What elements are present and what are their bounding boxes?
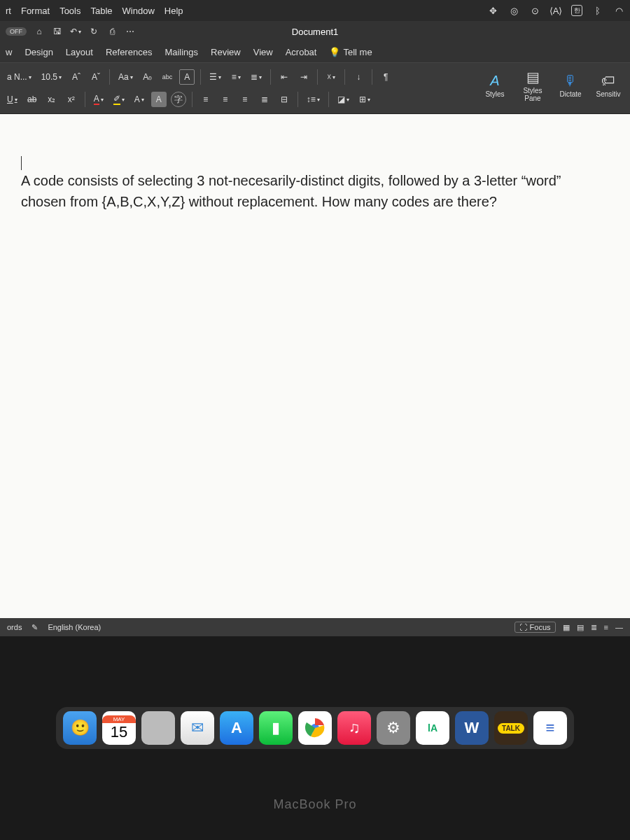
strikethrough-button[interactable]: ab <box>24 92 40 107</box>
borders-button[interactable]: ⊞▾ <box>356 92 373 107</box>
tab-mailings[interactable]: Mailings <box>164 47 198 57</box>
clear-formatting-button[interactable]: A₀ <box>140 69 155 85</box>
font-color-label: A <box>94 94 99 105</box>
bluetooth-icon[interactable]: ᛒ <box>592 5 603 16</box>
separator <box>200 69 201 85</box>
shrink-font-button[interactable]: Aˇ <box>88 69 104 85</box>
dock-facetime[interactable]: ▮ <box>259 711 293 745</box>
show-paragraph-marks-button[interactable]: ¶ <box>378 69 393 85</box>
underline-button[interactable]: U▾ <box>4 92 20 107</box>
text-effects-button[interactable]: A▾ <box>132 92 147 107</box>
la-label: lA <box>428 722 438 734</box>
highlight-button[interactable]: ✐▾ <box>111 92 127 107</box>
dock-notes[interactable]: ≡ <box>533 711 567 745</box>
font-name-dropdown[interactable]: a N...▾ <box>4 69 34 85</box>
korean-input-icon[interactable]: 한 <box>571 5 582 16</box>
menu-window[interactable]: Window <box>122 6 155 16</box>
dock-appstore[interactable]: A <box>220 711 253 745</box>
undo-icon[interactable]: ↶▾ <box>70 26 81 37</box>
superscript-button[interactable]: x² <box>64 92 79 107</box>
wifi-icon[interactable]: ◠ <box>613 5 624 16</box>
font-color-button[interactable]: A▾ <box>91 92 106 107</box>
input-source-icon[interactable]: ⟨A⟩ <box>550 5 561 16</box>
tab-review[interactable]: Review <box>211 47 241 57</box>
dock-finder[interactable]: 🙂 <box>63 711 97 745</box>
tab-view[interactable]: View <box>253 47 273 57</box>
dock-kakaotalk[interactable]: TALK <box>494 711 528 745</box>
increase-indent-button[interactable]: ⇥ <box>296 69 312 85</box>
spellcheck-icon[interactable]: ✎ <box>31 623 38 632</box>
more-icon[interactable]: ⋯ <box>125 26 136 37</box>
music-icon: ♫ <box>349 719 360 737</box>
print-icon[interactable]: ⎙ <box>106 26 118 37</box>
web-layout-view-icon[interactable]: ▤ <box>577 623 584 632</box>
tell-me-search[interactable]: 💡 Tell me <box>329 47 372 57</box>
font-size-dropdown[interactable]: 10.5▾ <box>38 69 64 85</box>
character-shading-button[interactable]: A <box>151 92 167 107</box>
decrease-indent-button[interactable]: ⇤ <box>276 69 292 85</box>
dock-calendar[interactable]: MAY 15 <box>102 711 136 745</box>
focus-icon: ⛶ <box>519 623 527 631</box>
justify-button[interactable]: ≣ <box>257 92 272 107</box>
dock-music[interactable]: ♫ <box>337 711 371 745</box>
menu-format[interactable]: Format <box>21 6 50 16</box>
styles-pane-label: Styles Pane <box>523 87 542 102</box>
menu-tools[interactable]: Tools <box>59 6 80 16</box>
dictate-button[interactable]: 🎙 Dictate <box>553 66 588 105</box>
shading-button[interactable]: ◪▾ <box>335 92 352 107</box>
print-layout-view-icon[interactable]: ▦ <box>563 623 570 632</box>
word-count[interactable]: ords <box>7 623 22 631</box>
menu-help[interactable]: Help <box>164 6 183 16</box>
dropbox-icon[interactable]: ✥ <box>487 5 498 16</box>
dock-app-generic[interactable] <box>141 711 175 745</box>
draft-view-icon[interactable]: ≡ <box>604 623 608 631</box>
document-canvas[interactable]: A code consists of selecting 3 not-neces… <box>0 114 630 618</box>
phonetic-guide-button[interactable]: abc <box>160 69 176 85</box>
focus-mode-button[interactable]: ⛶ Focus <box>514 622 556 633</box>
dock-word[interactable]: W <box>455 711 489 745</box>
character-border-button[interactable]: A <box>179 69 195 85</box>
distributed-button[interactable]: ⊟ <box>276 92 292 107</box>
save-icon[interactable]: 🖫 <box>52 26 63 37</box>
numbering-button[interactable]: ≡▾ <box>228 69 244 85</box>
redo-icon[interactable]: ↻ <box>88 26 99 37</box>
menu-rt[interactable]: rt <box>6 6 11 16</box>
tab-w[interactable]: w <box>6 47 12 57</box>
subscript-button[interactable]: x₂ <box>44 92 59 107</box>
tab-design[interactable]: Design <box>24 47 52 57</box>
underline-label: U <box>7 94 13 104</box>
mail-icon: ✉ <box>191 719 204 737</box>
sensitivity-button[interactable]: 🏷 Sensitiv <box>591 66 626 105</box>
align-right-button[interactable]: ≡ <box>237 92 253 107</box>
calendar-day: 15 <box>111 723 127 741</box>
home-icon[interactable]: ⌂ <box>34 26 45 37</box>
language-status[interactable]: English (Korea) <box>48 623 101 631</box>
dock-chrome[interactable] <box>298 711 332 745</box>
document-body-text[interactable]: A code consists of selecting 3 not-neces… <box>21 170 609 212</box>
bullets-button[interactable]: ☰▾ <box>206 69 224 85</box>
dock-settings[interactable]: ⚙ <box>377 711 410 745</box>
dock-input-app[interactable]: lA <box>416 711 449 745</box>
tab-references[interactable]: References <box>106 47 152 57</box>
asian-layout-button[interactable]: ☓▾ <box>323 69 339 85</box>
tab-acrobat[interactable]: Acrobat <box>286 47 317 57</box>
line-spacing-button[interactable]: ↕≡▾ <box>304 92 323 107</box>
menu-table[interactable]: Table <box>90 6 112 16</box>
align-left-button[interactable]: ≡ <box>198 92 214 107</box>
tab-layout[interactable]: Layout <box>66 47 93 57</box>
autosave-toggle[interactable]: OFF <box>6 27 27 36</box>
sort-button[interactable]: ↓ <box>351 69 366 85</box>
zoom-slider[interactable]: ― <box>615 623 623 631</box>
record-icon[interactable]: ⊙ <box>529 5 540 16</box>
styles-gallery-button[interactable]: A Styles <box>477 66 512 105</box>
align-center-button[interactable]: ≡ <box>218 92 233 107</box>
multilevel-list-button[interactable]: ≣▾ <box>248 69 265 85</box>
grow-font-button[interactable]: Aˆ <box>69 69 84 85</box>
styles-pane-button[interactable]: ▤ Styles Pane <box>515 66 550 105</box>
spiral-icon[interactable]: ◎ <box>508 5 519 16</box>
outline-view-icon[interactable]: ≣ <box>591 623 597 632</box>
change-case-button[interactable]: Aa▾ <box>115 69 136 85</box>
dock-mail[interactable]: ✉ <box>181 711 214 745</box>
gear-icon: ⚙ <box>386 719 400 737</box>
enclose-characters-button[interactable]: 字 <box>171 92 186 107</box>
